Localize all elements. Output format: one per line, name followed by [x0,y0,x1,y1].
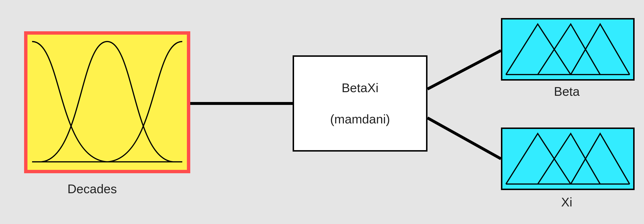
triangular-mf-icon [502,19,633,79]
output-variable-block-xi[interactable] [501,128,634,190]
fis-diagram-canvas: Decades BetaXi (mamdani) Beta Xi [0,0,644,224]
gaussian-mf-icon [28,35,187,170]
input-variable-label: Decades [68,182,117,196]
fis-system-name: BetaXi [342,81,378,95]
input-variable-block[interactable] [24,31,190,173]
output-variable-label-beta: Beta [554,84,580,99]
output-variable-label-xi: Xi [561,195,572,209]
svg-line-2 [428,118,501,159]
triangular-mf-icon [502,129,633,189]
output-variable-block-beta[interactable] [501,18,634,81]
fis-system-block[interactable]: BetaXi (mamdani) [292,55,428,152]
svg-line-1 [428,50,501,89]
fis-system-type: (mamdani) [330,112,390,126]
